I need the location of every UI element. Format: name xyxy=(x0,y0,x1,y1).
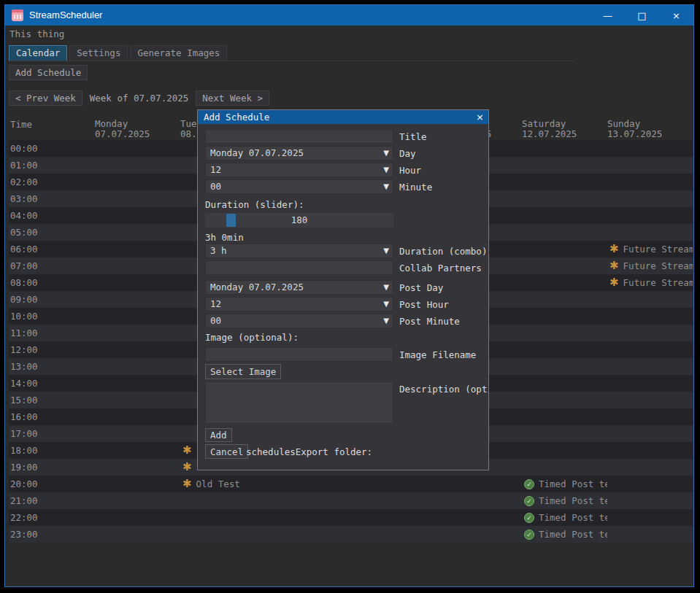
schedule-entry[interactable]: ✓Timed Post te xyxy=(524,492,607,509)
tab-generate-images[interactable]: Generate Images xyxy=(130,45,227,61)
entry-label: Future Stream xyxy=(623,244,693,255)
time-label: 04:00 xyxy=(10,207,38,224)
asterisk-icon: ✱ xyxy=(182,445,192,456)
duration-combo[interactable]: 3 h ▼ xyxy=(205,244,393,258)
post-hour-combo[interactable]: 12 ▼ xyxy=(205,297,393,311)
schedule-entry[interactable]: ✱Future Stream xyxy=(609,274,693,291)
entry-label: Old Test xyxy=(196,478,240,489)
prev-week-button[interactable]: < Prev Week xyxy=(9,90,82,106)
time-label: 16:00 xyxy=(10,408,38,425)
next-week-button[interactable]: Next Week > xyxy=(196,90,269,106)
post-minute-label: Post Minute xyxy=(399,316,460,327)
minimize-button[interactable]: — xyxy=(591,5,625,26)
app-calendar-icon xyxy=(12,9,23,21)
chevron-down-icon: ▼ xyxy=(383,300,389,309)
collab-partners-input[interactable] xyxy=(205,260,393,275)
entry-label: Timed Post te xyxy=(539,529,607,540)
title-label: Title xyxy=(399,131,427,142)
description-textarea[interactable] xyxy=(205,381,393,424)
asterisk-icon: ✱ xyxy=(182,478,192,489)
maximize-button[interactable]: □ xyxy=(625,5,659,26)
post-day-combo[interactable]: Monday 07.07.2025 ▼ xyxy=(205,280,393,295)
time-label: 09:00 xyxy=(10,291,38,308)
schedule-entry[interactable]: ✱Future Stream xyxy=(609,257,693,274)
collab-partners-label: Collab Partners xyxy=(399,263,482,274)
minute-combo[interactable]: 00 ▼ xyxy=(205,179,393,194)
day-combo[interactable]: Monday 07.07.2025 ▼ xyxy=(205,146,393,160)
duration-slider-label: Duration (slider): xyxy=(205,199,304,210)
image-filename-input[interactable] xyxy=(205,347,393,362)
time-label: 12:00 xyxy=(10,341,38,358)
time-label: 20:00 xyxy=(10,476,38,492)
duration-combo-label: Duration (combo) xyxy=(399,246,487,257)
chevron-down-icon: ▼ xyxy=(383,317,389,325)
asterisk-icon: ✱ xyxy=(182,462,192,473)
post-hour-label: Post Hour xyxy=(399,299,449,310)
select-image-button[interactable]: Select Image xyxy=(205,364,281,379)
day-label: Day xyxy=(399,148,416,159)
day-header-monday: Monday 07.07.2025 xyxy=(95,119,150,139)
time-label: 22:00 xyxy=(10,509,38,526)
time-label: 07:00 xyxy=(10,257,38,274)
tabstrip: CalendarSettingsGenerate Images xyxy=(9,45,574,61)
time-label: 00:00 xyxy=(10,140,38,157)
time-label: 17:00 xyxy=(10,425,38,442)
time-label: 15:00 xyxy=(10,392,38,408)
schedule-entry[interactable]: ✱Old Test xyxy=(182,476,266,492)
schedules-export-label: schedulesExport folder: xyxy=(246,446,372,457)
time-label: 14:00 xyxy=(10,375,38,392)
hour-label: Hour xyxy=(399,165,421,176)
tab-settings[interactable]: Settings xyxy=(69,45,128,61)
time-label: 03:00 xyxy=(10,190,38,207)
entry-label: Future Stream xyxy=(623,277,693,288)
duration-slider[interactable]: 180 xyxy=(205,213,393,228)
check-icon: ✓ xyxy=(524,513,534,523)
post-minute-combo[interactable]: 00 ▼ xyxy=(205,314,393,328)
schedule-entry[interactable]: ✓Timed Post te xyxy=(524,526,607,543)
chevron-down-icon: ▼ xyxy=(383,149,389,158)
post-day-label: Post Day xyxy=(399,282,443,293)
cancel-button[interactable]: Cancel xyxy=(205,444,248,459)
day-header-sunday: Sunday 13.07.2025 xyxy=(607,119,662,139)
check-icon: ✓ xyxy=(524,530,534,540)
asterisk-icon: ✱ xyxy=(609,244,619,255)
asterisk-icon: ✱ xyxy=(609,277,619,288)
window-controls: — □ × xyxy=(591,5,693,26)
description-label: Description (optional) xyxy=(399,384,489,395)
schedule-entry[interactable]: ✱Future Stream xyxy=(609,241,693,257)
chevron-down-icon: ▼ xyxy=(383,283,389,292)
window-titlebar: StreamScheduler — □ × xyxy=(5,5,693,26)
entry-label: Timed Post te xyxy=(539,478,607,489)
time-label: 08:00 xyxy=(10,274,38,291)
time-label: 10:00 xyxy=(10,308,38,325)
asterisk-icon: ✱ xyxy=(609,260,619,271)
add-schedule-button[interactable]: Add Schedule xyxy=(9,65,88,80)
time-label: 06:00 xyxy=(10,241,38,257)
week-navigation: < Prev Week Week of 07.07.2025 Next Week… xyxy=(9,90,269,106)
add-button[interactable]: Add xyxy=(205,428,232,442)
tab-calendar[interactable]: Calendar xyxy=(9,45,67,61)
time-label: 11:00 xyxy=(10,325,38,341)
window-title: StreamScheduler xyxy=(29,5,102,26)
time-label: 18:00 xyxy=(10,442,38,459)
close-button[interactable]: × xyxy=(659,5,693,26)
schedule-entry[interactable]: ✓Timed Post te xyxy=(524,476,607,492)
menu-this-thing[interactable]: This thing xyxy=(9,28,64,39)
time-label: 01:00 xyxy=(10,157,38,174)
add-schedule-dialog: Add Schedule × Title Monday 07.07.2025 ▼… xyxy=(197,109,489,470)
schedule-entry[interactable]: ✓Timed Post te xyxy=(524,509,607,526)
title-input[interactable] xyxy=(205,129,393,144)
chevron-down-icon: ▼ xyxy=(383,247,389,255)
dialog-close-icon[interactable]: × xyxy=(476,110,484,124)
chevron-down-icon: ▼ xyxy=(383,166,389,174)
dialog-titlebar[interactable]: Add Schedule × xyxy=(198,110,488,124)
image-optional-label: Image (optional): xyxy=(205,332,299,343)
entry-label: Timed Post te xyxy=(539,512,607,523)
entry-label: Timed Post te xyxy=(539,495,607,506)
hour-combo[interactable]: 12 ▼ xyxy=(205,163,393,177)
day-header-saturday: Saturday 12.07.2025 xyxy=(522,119,577,139)
time-label: 23:00 xyxy=(10,526,38,543)
image-filename-label: Image Filename xyxy=(399,349,476,360)
duration-readout: 3h 0min xyxy=(205,232,244,243)
time-label: 05:00 xyxy=(10,224,38,241)
